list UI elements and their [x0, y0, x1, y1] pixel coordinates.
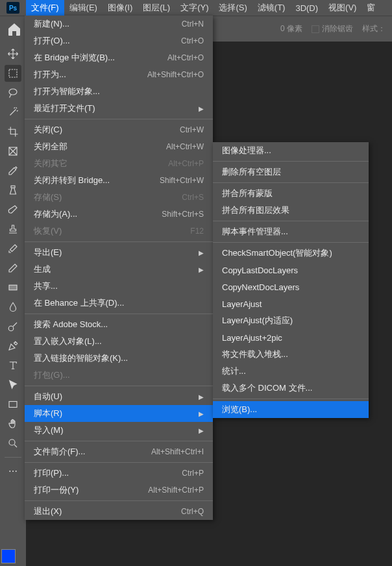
file-menu-item[interactable]: 置入链接的智能对象(K)...: [25, 350, 213, 367]
blur-tool[interactable]: [5, 299, 21, 315]
menu-item-label: 新建(N)...: [34, 18, 171, 30]
scripts-menu-item[interactable]: 删除所有空图层: [213, 164, 369, 180]
menu-item-label: 生成: [34, 264, 193, 275]
antialias-check[interactable]: 消除锯齿: [312, 23, 353, 34]
lasso-tool[interactable]: [5, 84, 21, 101]
menu-item-label: 在 Behance 上共享(D)...: [34, 297, 204, 309]
scripts-menu-separator: [213, 242, 369, 243]
svg-rect-1: [9, 69, 17, 77]
menu-item-shortcut: Ctrl+S: [182, 193, 204, 202]
file-menu-item: 存储(S)Ctrl+S: [25, 189, 213, 206]
stamp-tool[interactable]: [5, 221, 21, 238]
scripts-menu-separator: [213, 399, 369, 399]
file-menu-separator: [25, 241, 213, 242]
marquee-tool[interactable]: [5, 65, 21, 82]
menu-3d[interactable]: 3D(D): [290, 1, 323, 15]
crop-tool[interactable]: [5, 123, 21, 140]
file-menu-item[interactable]: 打开(O)...Ctrl+O: [25, 32, 213, 49]
menu-file[interactable]: 文件(F): [26, 0, 64, 16]
history-brush-tool[interactable]: [5, 240, 21, 257]
hand-tool[interactable]: [5, 415, 21, 432]
zoom-tool[interactable]: [5, 435, 21, 452]
scripts-menu-item[interactable]: 浏览(B)...: [213, 401, 369, 418]
scripts-menu-item[interactable]: 拼合所有蒙版: [213, 185, 369, 202]
menu-item-shortcut: Ctrl+N: [182, 19, 204, 29]
file-menu-item[interactable]: 新建(N)...Ctrl+N: [25, 16, 213, 32]
menu-window[interactable]: 窗: [361, 0, 380, 16]
magic-wand-tool[interactable]: [5, 104, 21, 121]
eyedropper-tool[interactable]: [5, 162, 21, 179]
scripts-menu-item[interactable]: 载入多个 DICOM 文件...: [213, 380, 369, 397]
menu-item-label: CopyLastDocLayers: [222, 265, 360, 275]
home-icon[interactable]: [6, 21, 22, 37]
file-menu-item[interactable]: 自动(U)▶: [25, 388, 213, 405]
gradient-tool[interactable]: [5, 279, 21, 296]
menu-item-label: LayerAjust+2pic: [222, 333, 360, 343]
file-menu-item[interactable]: 共享...: [25, 278, 213, 295]
menu-item-label: 打开为智能对象...: [34, 86, 204, 97]
scripts-menu-item[interactable]: CopyLastDocLayers: [213, 262, 369, 278]
menu-item-label: CheckSmartObject(智能对象): [222, 247, 360, 259]
frame-tool[interactable]: [5, 143, 21, 160]
scripts-menu-item[interactable]: 拼合所有图层效果: [213, 202, 369, 219]
file-menu-item[interactable]: 在 Bridge 中浏览(B)...Alt+Ctrl+O: [25, 49, 213, 66]
menu-item-shortcut: Alt+Shift+Ctrl+P: [148, 486, 204, 495]
menu-edit[interactable]: 编辑(E): [64, 0, 103, 16]
options-value: 0 像素: [280, 23, 302, 34]
scripts-menu-separator: [213, 182, 369, 183]
scripts-menu-item[interactable]: LayerAjust: [213, 295, 369, 312]
scripts-menu-item[interactable]: 统计...: [213, 363, 369, 380]
scripts-menu-item[interactable]: 图像处理器...: [213, 142, 369, 159]
toolbar: ⋯: [0, 42, 26, 566]
menu-view[interactable]: 视图(V): [323, 0, 361, 16]
scripts-menu-item[interactable]: LayerAjust+2pic: [213, 329, 369, 346]
menu-item-label: 文件简介(F)...: [34, 446, 141, 458]
menu-type[interactable]: 文字(Y): [175, 0, 214, 16]
foreground-color[interactable]: [1, 549, 16, 563]
type-tool[interactable]: [5, 357, 21, 374]
rectangle-tool[interactable]: [5, 396, 21, 413]
path-select-tool[interactable]: [5, 376, 21, 393]
scripts-menu-item[interactable]: LayerAjust(内适应): [213, 312, 369, 329]
file-menu-item[interactable]: 导出(E)▶: [25, 244, 213, 261]
file-menu-dropdown: 新建(N)...Ctrl+N打开(O)...Ctrl+O在 Bridge 中浏览…: [25, 16, 213, 520]
menu-item-shortcut: Alt+Ctrl+W: [166, 142, 204, 151]
menu-layer[interactable]: 图层(L): [138, 0, 175, 16]
file-menu-item[interactable]: 打印(P)...Ctrl+P: [25, 465, 213, 482]
file-menu-item[interactable]: 最近打开文件(T)▶: [25, 100, 213, 117]
file-menu-item[interactable]: 关闭全部Alt+Ctrl+W: [25, 138, 213, 155]
submenu-arrow-icon: ▶: [199, 393, 204, 400]
file-menu-item[interactable]: 导入(M)▶: [25, 422, 213, 439]
pen-tool[interactable]: [5, 338, 21, 354]
file-menu-item[interactable]: 打印一份(Y)Alt+Shift+Ctrl+P: [25, 482, 213, 498]
file-menu-item[interactable]: 关闭并转到 Bridge...Shift+Ctrl+W: [25, 172, 213, 189]
brush-tool[interactable]: [5, 201, 21, 218]
menu-filter[interactable]: 滤镜(T): [252, 0, 291, 16]
scripts-menu-item[interactable]: 脚本事件管理器...: [213, 223, 369, 240]
scripts-submenu: 图像处理器...删除所有空图层拼合所有蒙版拼合所有图层效果脚本事件管理器...C…: [213, 142, 369, 418]
dodge-tool[interactable]: [5, 318, 21, 335]
healing-tool[interactable]: [5, 182, 21, 199]
file-menu-item[interactable]: 脚本(R)▶: [25, 405, 213, 422]
file-menu-item[interactable]: 置入嵌入对象(L)...: [25, 333, 213, 350]
menu-item-label: 退出(X): [34, 506, 171, 517]
eraser-tool[interactable]: [5, 260, 21, 277]
menu-image[interactable]: 图像(I): [103, 0, 138, 16]
file-menu-item[interactable]: 在 Behance 上共享(D)...: [25, 295, 213, 312]
file-menu-item[interactable]: 存储为(A)...Shift+Ctrl+S: [25, 206, 213, 223]
move-tool[interactable]: [5, 45, 21, 62]
submenu-arrow-icon: ▶: [199, 266, 204, 273]
edit-toolbar-icon[interactable]: ⋯: [5, 463, 21, 480]
scripts-menu-item[interactable]: 将文件载入堆栈...: [213, 346, 369, 363]
file-menu-item[interactable]: 打开为...Alt+Shift+Ctrl+O: [25, 66, 213, 83]
file-menu-item[interactable]: 文件简介(F)...Alt+Shift+Ctrl+I: [25, 443, 213, 460]
scripts-menu-item[interactable]: CopyNextDocLayers: [213, 278, 369, 295]
menu-item-label: 自动(U): [34, 391, 193, 402]
file-menu-item[interactable]: 生成▶: [25, 261, 213, 278]
menu-select[interactable]: 选择(S): [214, 0, 252, 16]
file-menu-item[interactable]: 搜索 Adobe Stock...: [25, 316, 213, 333]
scripts-menu-item[interactable]: CheckSmartObject(智能对象): [213, 245, 369, 262]
file-menu-item[interactable]: 关闭(C)Ctrl+W: [25, 121, 213, 138]
file-menu-item[interactable]: 打开为智能对象...: [25, 83, 213, 100]
file-menu-item[interactable]: 退出(X)Ctrl+Q: [25, 503, 213, 520]
